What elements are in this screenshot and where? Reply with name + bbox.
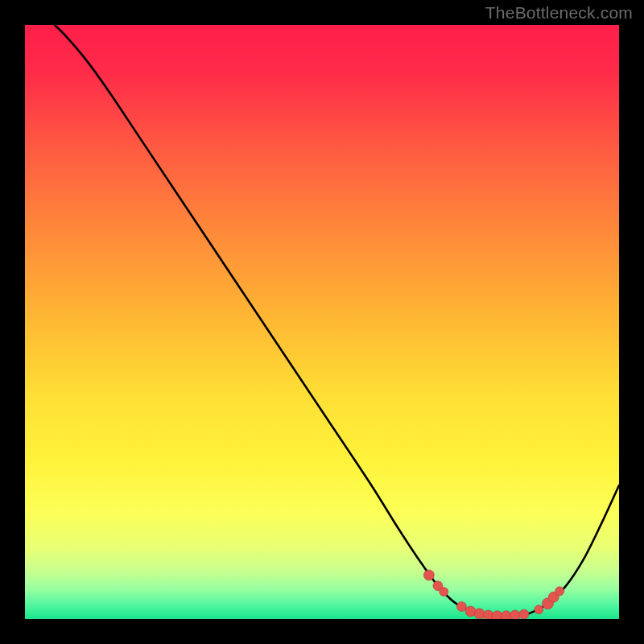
data-point (510, 610, 520, 619)
data-point (519, 609, 529, 619)
data-point (535, 605, 543, 614)
chart-container: TheBottleneck.com (0, 0, 644, 644)
watermark-text: TheBottleneck.com (485, 3, 633, 23)
data-point (474, 609, 485, 619)
gradient-background (25, 25, 619, 619)
data-point (456, 602, 466, 612)
bottleneck-chart (25, 25, 619, 619)
data-point (440, 588, 448, 597)
data-point (555, 587, 564, 596)
data-point (423, 570, 434, 580)
